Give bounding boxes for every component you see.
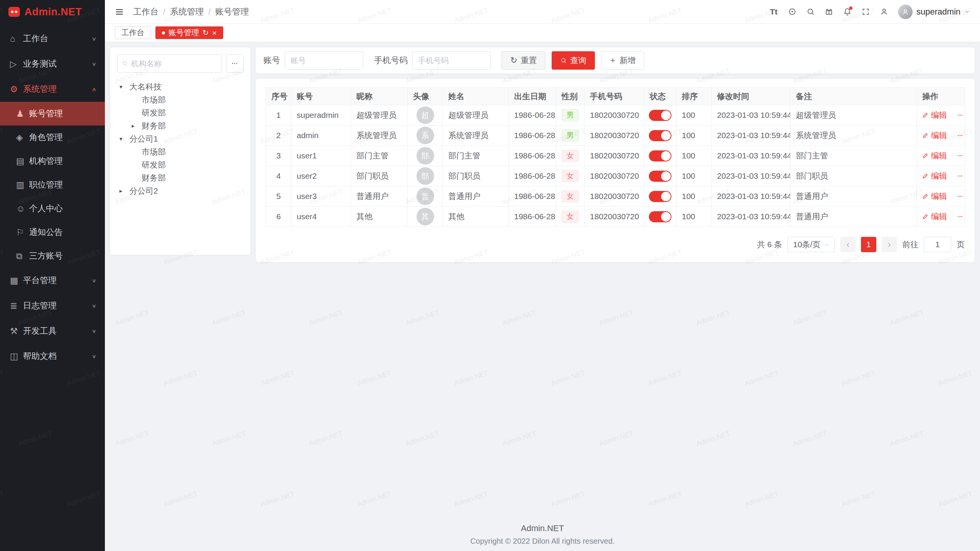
breadcrumb-item[interactable]: 工作台	[133, 6, 158, 18]
prev-page-button[interactable]: ‹	[840, 237, 856, 252]
sidebar-item-label: 通知公告	[29, 227, 96, 238]
phone-filter-input[interactable]	[412, 51, 491, 70]
logo[interactable]: Admin.NET	[0, 0, 105, 24]
tab-close-icon[interactable]: ×	[212, 29, 217, 37]
status-toggle[interactable]	[649, 211, 671, 222]
cell-phone: 18020030720	[585, 126, 644, 146]
column-header: 状态	[644, 88, 676, 105]
org-more-button[interactable]	[226, 54, 243, 73]
tab-refresh-icon[interactable]: ↻	[203, 28, 209, 37]
cell-avatar: 普	[408, 186, 443, 207]
sidebar-item-account-management[interactable]: ♟ 账号管理	[0, 102, 105, 126]
link-icon: ⧉	[16, 251, 29, 261]
cell-modified-time: 2023-01-03 10:59:44	[712, 166, 791, 186]
tree-node[interactable]: 财务部	[117, 171, 243, 184]
org-search-input[interactable]	[131, 59, 217, 68]
tree-node[interactable]: 市场部	[117, 145, 243, 158]
font-size-button[interactable]: Tt	[766, 4, 782, 20]
cell-account: superadmin	[291, 105, 351, 126]
status-toggle[interactable]	[649, 191, 671, 202]
row-more-button[interactable]	[957, 193, 963, 199]
breadcrumb-item[interactable]: 账号管理	[215, 6, 249, 18]
reward-button[interactable]	[821, 4, 837, 20]
row-more-button[interactable]	[957, 153, 963, 159]
tree-node[interactable]: ▸ 分公司2	[117, 184, 243, 197]
edit-button[interactable]: 编辑	[922, 191, 947, 202]
current-page-button[interactable]: 1	[861, 237, 876, 252]
tree-node[interactable]: 市场部	[117, 93, 243, 106]
sidebar-item-label: 日志管理	[23, 300, 92, 311]
sidebar-item-business-test[interactable]: ▷ 业务测试 ∨	[0, 51, 105, 77]
edit-button[interactable]: 编辑	[922, 110, 947, 121]
tree-expand-icon[interactable]: ▾	[119, 135, 129, 142]
sidebar-item-workbench[interactable]: ⌂ 工作台 ∨	[0, 26, 105, 51]
page-size-select[interactable]: 10条/页	[787, 237, 835, 252]
phone-filter-label: 手机号码	[374, 55, 408, 66]
sidebar-item-label: 系统管理	[23, 83, 92, 95]
status-toggle[interactable]	[649, 130, 671, 141]
footer-copyright: Copyright © 2022 Dilon All rights reserv…	[105, 537, 980, 546]
sidebar-item-third-party-account[interactable]: ⧉ 三方账号	[0, 244, 105, 268]
status-toggle[interactable]	[649, 150, 671, 161]
tree-node[interactable]: ▸ 财务部	[117, 119, 243, 132]
component-size-button[interactable]	[784, 4, 800, 20]
sidebar-item-profile-center[interactable]: ☺ 个人中心	[0, 197, 105, 220]
search-button[interactable]: 查询	[552, 51, 595, 70]
sidebar-item-notice[interactable]: ⚐ 通知公告	[0, 220, 105, 244]
cell-birth-date: 1986-06-28	[509, 186, 556, 207]
edit-button[interactable]: 编辑	[922, 130, 947, 141]
sidebar-item-position-management[interactable]: ▥ 职位管理	[0, 173, 105, 197]
status-toggle[interactable]	[649, 110, 671, 121]
column-header: 修改时间	[712, 88, 791, 105]
tree-expand-icon[interactable]: ▸	[119, 187, 129, 194]
edit-button[interactable]: 编辑	[922, 150, 947, 161]
status-toggle[interactable]	[649, 171, 671, 182]
cell-avatar: 部	[408, 166, 443, 186]
tree-node[interactable]: ▾ 分公司1	[117, 132, 243, 145]
fullscreen-button[interactable]	[858, 4, 874, 20]
edit-button[interactable]: 编辑	[922, 211, 947, 222]
tab-workbench[interactable]: 工作台	[115, 26, 151, 39]
row-more-button[interactable]	[957, 173, 963, 179]
tree-node[interactable]: 研发部	[117, 158, 243, 171]
tree-node-label: 大名科技	[129, 82, 162, 92]
row-more-button[interactable]	[957, 132, 963, 139]
sidebar-item-dev-tools[interactable]: ⚒ 开发工具 ∨	[0, 318, 105, 344]
add-button[interactable]: 新增	[601, 51, 644, 70]
tree-node[interactable]: ▾ 大名科技	[117, 80, 243, 93]
tree-expand-icon[interactable]: ▸	[132, 122, 142, 129]
lock-screen-button[interactable]	[876, 4, 892, 20]
cell-gender: 男	[556, 105, 585, 126]
sidebar-item-help-docs[interactable]: ◫ 帮助文档 ∨	[0, 344, 105, 369]
sidebar-item-log-management[interactable]: ≣ 日志管理 ∨	[0, 293, 105, 318]
collapse-menu-button[interactable]	[115, 7, 124, 16]
reset-button[interactable]: ↻ 重置	[501, 51, 546, 70]
user-menu[interactable]: superadmin	[898, 5, 970, 19]
system-management-submenu: ♟ 账号管理 ◈ 角色管理 ▤ 机构管理 ▥ 职位管理 ☺ 个人中心 ⚐ 通知公…	[0, 102, 105, 268]
cell-modified-time: 2023-01-03 10:59:44	[712, 186, 791, 207]
sidebar-item-org-management[interactable]: ▤ 机构管理	[0, 149, 105, 173]
avatar-person-icon	[902, 8, 909, 15]
sidebar-item-role-management[interactable]: ◈ 角色管理	[0, 126, 105, 149]
goto-page-input[interactable]	[924, 237, 951, 252]
sidebar-item-label: 三方账号	[29, 250, 96, 262]
tree-node[interactable]: 研发部	[117, 106, 243, 119]
tab-account-management[interactable]: 账号管理 ↻ ×	[155, 26, 223, 39]
sidebar-item-platform-management[interactable]: ▦ 平台管理 ∨	[0, 268, 105, 293]
edit-button[interactable]: 编辑	[922, 171, 947, 181]
row-more-button[interactable]	[957, 112, 963, 118]
next-page-button[interactable]: ›	[882, 237, 897, 252]
global-search-button[interactable]	[802, 4, 818, 20]
breadcrumb-item[interactable]: 系统管理	[170, 6, 204, 18]
cell-actions: 编辑	[917, 146, 965, 166]
sidebar-item-system-management[interactable]: ⚙ 系统管理 ∧	[0, 77, 105, 102]
tree-expand-icon[interactable]: ▾	[119, 83, 129, 90]
notifications-button[interactable]	[839, 4, 855, 20]
search-icon	[122, 60, 127, 67]
cell-modified-time: 2023-01-03 10:59:44	[712, 105, 791, 126]
cell-order: 100	[676, 105, 712, 126]
cell-gender: 男	[556, 126, 585, 146]
cell-gender: 女	[556, 146, 585, 166]
row-more-button[interactable]	[957, 214, 963, 220]
account-filter-input[interactable]	[285, 51, 363, 70]
